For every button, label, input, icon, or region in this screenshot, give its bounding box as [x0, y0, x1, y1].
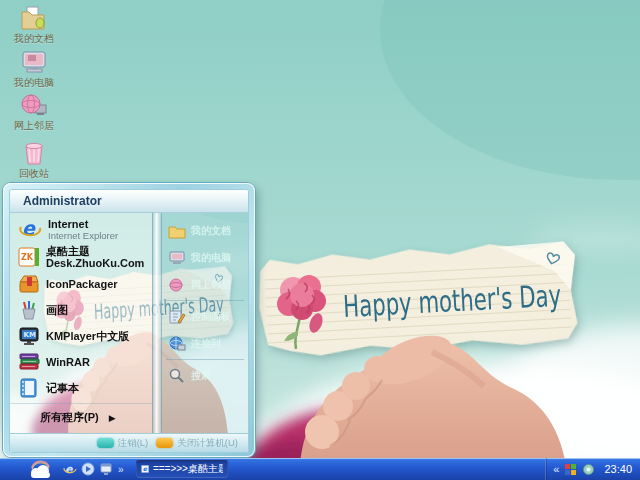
cloud-start-icon: [24, 460, 56, 478]
menu-item-notepad[interactable]: 记事本: [10, 375, 152, 401]
ie-page-icon: e: [141, 463, 149, 475]
menu-item-label: 桌酷主题Desk.ZhuoKu.Com: [46, 245, 148, 269]
menu-item-label: Internet: [48, 218, 118, 230]
start-menu: Administrator e Internet Internet Explor…: [3, 183, 255, 457]
log-off-icon: [97, 438, 114, 448]
menu-item-my-computer[interactable]: 我的电脑: [162, 244, 248, 271]
my-computer-icon: [19, 48, 49, 76]
menu-item-network-places[interactable]: 网上邻居: [162, 271, 248, 298]
connect-to-icon: [168, 336, 186, 352]
all-programs-button[interactable]: 所有程序(P) ▶: [10, 403, 152, 433]
menu-item-label: 画图: [46, 304, 68, 316]
my-documents-icon: [168, 223, 186, 239]
internet-explorer-icon: e: [63, 462, 77, 476]
all-programs-label: 所有程序(P): [40, 410, 99, 425]
quick-launch-overflow-chevron[interactable]: »: [116, 464, 126, 475]
menu-item-paint[interactable]: 画图: [10, 297, 152, 323]
menu-item-label: 我的文档: [191, 224, 231, 238]
start-menu-system-column: 我的文档 我的电脑 网上邻居: [162, 213, 248, 433]
menu-item-control-panel[interactable]: 控制面板: [162, 303, 248, 330]
menu-separator: [166, 359, 244, 360]
media-player-icon: [81, 462, 95, 476]
menu-item-label: 搜索: [191, 369, 211, 383]
svg-text:e: e: [65, 463, 74, 476]
search-icon: [168, 368, 186, 384]
iconpackager-icon: [18, 273, 40, 295]
tray-theme-app-icon[interactable]: [564, 463, 577, 476]
start-menu-user-banner: Administrator: [10, 190, 248, 213]
my-computer-icon: [168, 250, 186, 266]
start-menu-footer: 注销(L) 关闭计算机(U): [10, 433, 248, 452]
menu-item-label: 我的电脑: [191, 251, 231, 265]
shut-down-label: 关闭计算机(U): [177, 437, 238, 450]
control-panel-icon: [168, 309, 186, 325]
all-programs-arrow-icon: ▶: [109, 413, 116, 423]
quick-launch-bar: e »: [58, 458, 130, 480]
desktop-icon-my-computer[interactable]: 我的电脑: [6, 48, 62, 88]
menu-item-label: 记事本: [46, 382, 79, 394]
notepad-icon: [18, 377, 40, 399]
winrar-icon: [18, 351, 40, 373]
quick-launch-show-desktop[interactable]: [98, 462, 113, 477]
show-desktop-icon: [99, 462, 113, 476]
paint-icon: [18, 299, 40, 321]
log-off-button[interactable]: 注销(L): [97, 437, 149, 450]
menu-item-label: 网上邻居: [191, 278, 231, 292]
network-places-icon: [168, 277, 186, 293]
menu-item-label: IconPackager: [46, 278, 118, 290]
desktop-icon-label: 网上邻居: [6, 120, 62, 131]
taskbar-clock: 23:40: [600, 463, 636, 475]
log-off-label: 注销(L): [118, 437, 149, 450]
menu-item-my-documents[interactable]: 我的文档: [162, 217, 248, 244]
menu-item-label: 连接到: [191, 337, 221, 351]
menu-column-divider: [152, 213, 162, 433]
menu-item-iconpackager[interactable]: IconPackager: [10, 271, 152, 297]
menu-item-label: 控制面板: [191, 310, 231, 324]
recycle-bin-icon: [19, 139, 49, 167]
zhuoku-theme-icon: ZK: [18, 246, 40, 268]
menu-item-label: WinRAR: [46, 356, 90, 368]
svg-text:KM: KM: [24, 331, 36, 339]
quick-launch-internet-explorer[interactable]: e: [62, 462, 77, 477]
menu-item-label: KMPlayer中文版: [46, 330, 129, 342]
menu-item-kmplayer[interactable]: KM KMPlayer中文版: [10, 323, 152, 349]
desktop-icon-label: 我的电脑: [6, 77, 62, 88]
quick-launch-media-player[interactable]: [80, 462, 95, 477]
tray-collapse-chevron[interactable]: «: [553, 463, 559, 475]
my-documents-icon: [19, 4, 49, 32]
system-tray: « 23:40: [545, 458, 640, 480]
svg-text:ZK: ZK: [21, 253, 34, 262]
network-places-icon: [19, 93, 49, 119]
desktop-icon-my-documents[interactable]: 我的文档: [6, 4, 62, 44]
kmplayer-icon: KM: [18, 325, 40, 347]
start-menu-pinned-column: e Internet Internet Explorer ZK 桌酷主题Desk…: [10, 213, 152, 433]
menu-item-search[interactable]: 搜索: [162, 362, 248, 389]
menu-item-internet[interactable]: e Internet Internet Explorer: [10, 215, 152, 243]
shut-down-button[interactable]: 关闭计算机(U): [156, 437, 238, 450]
desktop-icon-label: 我的文档: [6, 33, 62, 44]
start-button[interactable]: [0, 458, 58, 480]
menu-item-winrar[interactable]: WinRAR: [10, 349, 152, 375]
taskbar: e » e ===>>>桌酷主题 - M... «: [0, 458, 640, 480]
menu-separator: [166, 300, 244, 301]
tray-status-icon[interactable]: [582, 463, 595, 476]
desktop-icon-recycle-bin[interactable]: 回收站: [6, 139, 62, 179]
user-name: Administrator: [23, 194, 102, 208]
desktop-icon-label: 回收站: [6, 168, 62, 179]
menu-item-connect-to[interactable]: 连接到: [162, 330, 248, 357]
task-button-label: ===>>>桌酷主题 - M...: [153, 462, 223, 476]
taskbar-task-button[interactable]: e ===>>>桌酷主题 - M...: [136, 460, 228, 478]
menu-item-zhuoku-theme[interactable]: ZK 桌酷主题Desk.ZhuoKu.Com: [10, 243, 152, 271]
internet-explorer-icon: e: [18, 217, 42, 241]
shut-down-icon: [156, 438, 173, 448]
desktop-icon-network-places[interactable]: 网上邻居: [6, 93, 62, 131]
menu-item-sublabel: Internet Explorer: [48, 230, 118, 241]
